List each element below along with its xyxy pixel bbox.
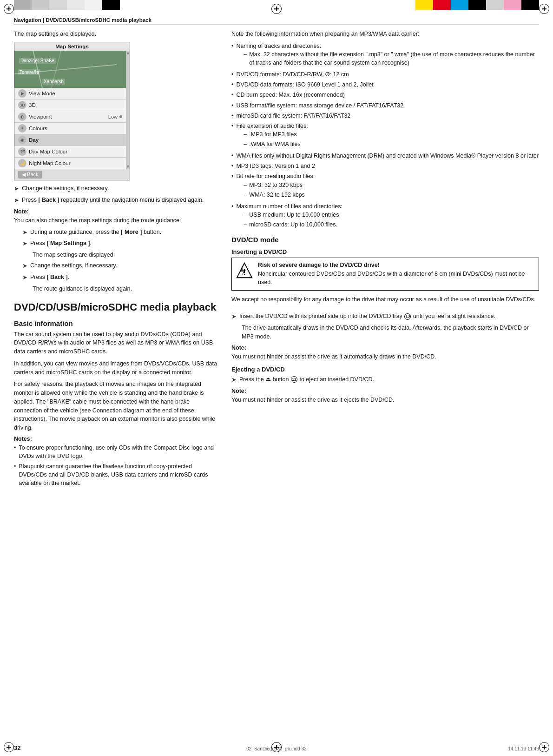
color-swatch [67, 0, 85, 10]
svg-line-1 [14, 65, 117, 74]
scroll-down-icon [127, 166, 130, 168]
warning-title: Risk of severe damage to the DVD/CD driv… [258, 262, 535, 268]
route-note-1: The map settings are displayed. [33, 251, 218, 259]
info-maxfiles: Maximum number of files and directories:… [231, 202, 539, 230]
screenshot-footer: ◀ Back [14, 169, 130, 180]
reg-mark-br [539, 742, 549, 752]
note-label: Note: [14, 208, 218, 215]
arrow-icon-r3: ➤ [22, 262, 27, 271]
color-swatch-red [433, 0, 451, 10]
color-swatch [14, 0, 32, 10]
page-header: Navigation | DVD/CD/USB/microSDHC media … [14, 17, 539, 25]
color-swatch [102, 0, 120, 10]
arrow-icon-1: ➤ [14, 185, 19, 193]
note-text: You can also change the map settings dur… [14, 216, 218, 225]
route-step-1: ➤ During a route guidance, press the [ M… [22, 228, 218, 237]
arrow-icon-r1: ➤ [22, 228, 27, 237]
note-item-1: To ensure proper functioning, use only C… [14, 444, 218, 460]
screenshot-title: Map Settings [14, 42, 130, 51]
basic-para-2: In addition, you can view movies and ima… [14, 359, 218, 377]
menu-icon-3d: 3D [18, 101, 26, 109]
insert-step: ➤ Insert the DVD/CD with its printed sid… [231, 312, 539, 321]
info-microsd-fs: microSD card file system: FAT/FAT16/FAT3… [231, 112, 539, 120]
menu-item-daymap: 🗺 Day Map Colour [14, 146, 126, 158]
arrow-icon-r2: ➤ [22, 239, 27, 248]
info-cd-burn: CD burn speed: Max. 16x (recommended) [231, 91, 539, 99]
eject-step: ➤ Press the ⏏ button 12 to eject an inse… [231, 375, 539, 385]
menu-icon-day: ◉ [18, 136, 26, 144]
svg-line-2 [52, 51, 61, 88]
insert-auto-note: The drive automatically draws in the DVD… [242, 324, 539, 341]
dvd-cd-title: DVD/CD mode [231, 236, 539, 244]
notes-list: To ensure proper functioning, use only C… [14, 444, 218, 488]
notes-label: Notes: [14, 436, 218, 442]
screenshot-box: Map Settings Danziger Straße Torstraße X… [14, 42, 130, 180]
warning-text: Noncircular contoured DVDs/CDs and DVDs/… [258, 270, 535, 286]
step-back: ➤ Press [ Back ] repeatedly until the na… [14, 196, 218, 205]
info-naming-sub: Max. 32 characters without the file exte… [244, 50, 539, 67]
info-file-ext: File extension of audio files: .MP3 for … [231, 122, 539, 150]
arrow-icon-2: ➤ [14, 196, 19, 205]
color-swatch [49, 0, 67, 10]
right-intro: Note the following information when prep… [231, 30, 539, 39]
warning-content: Risk of severe damage to the DVD/CD driv… [258, 262, 535, 286]
info-microsd-files: microSD cards: Up to 10,000 files. [244, 220, 342, 229]
warning-box: ! Risk of severe damage to the DVD/CD dr… [231, 258, 539, 291]
color-swatch [85, 0, 102, 10]
info-dvd-format: DVD/CD formats: DVD/CD-R/RW, Ø: 12 cm [231, 70, 539, 79]
menu-item-day: ◉ Day [14, 134, 126, 146]
main-section-title: DVD/CD/USB/microSDHC media playback [14, 301, 218, 313]
menu-item-colours: ☀ Colours [14, 123, 126, 134]
back-button-screenshot: ◀ Back [18, 171, 42, 179]
info-usb-fs: USB format/file system: mass storage dev… [231, 101, 539, 110]
insert-note-label: Note: [231, 345, 539, 351]
inserting-title: Inserting a DVD/CD [231, 248, 539, 255]
arrow-icon-eject: ➤ [231, 376, 237, 385]
scroll-up-icon [127, 52, 130, 54]
basic-info-title: Basic information [14, 319, 218, 327]
date-info: 14.11.13 11:43 [508, 746, 539, 751]
info-mp3-bitrate: MP3: 32 to 320 kbps [244, 181, 315, 189]
menu-item-3d: 3D 3D [14, 99, 126, 111]
info-wma-ext: .WMA for WMA files [244, 140, 308, 148]
menu-icon-nm: 🌙 [18, 159, 26, 167]
info-wma-bitrate: WMA: 32 to 192 kbps [244, 191, 315, 199]
info-mp3-ext: .MP3 for MP3 files [244, 130, 308, 139]
step-change: ➤ Change the settings, if necessary. [14, 184, 218, 193]
arrow-icon-r4: ➤ [22, 273, 27, 282]
circled-13: 13 [404, 313, 411, 320]
color-swatch-cyan [451, 0, 468, 10]
reg-mark-tl [4, 4, 14, 14]
menu-icon-col: ☀ [18, 124, 26, 133]
reg-mark-top [271, 4, 282, 14]
reg-mark-bl [4, 742, 14, 752]
circled-12: 12 [291, 376, 297, 383]
scrollbar [126, 51, 130, 169]
basic-para-1: The car sound system can be used to play… [14, 330, 218, 356]
basic-para-3: For safety reasons, the playback of movi… [14, 380, 218, 432]
map-roads [14, 51, 126, 88]
reg-mark-tr [539, 4, 549, 14]
intro-text: The map settings are displayed. [14, 30, 218, 39]
route-step-4: ➤ Press [ Back ]. [22, 273, 218, 282]
screenshot-map: Danziger Straße Torstraße Xandersb [14, 51, 126, 88]
svg-line-0 [33, 51, 42, 88]
responsibility-text: We accept no responsibility for any dama… [231, 295, 539, 304]
menu-item-viewpoint: ◐ Viewpoint Low [14, 111, 126, 123]
file-info: 02_SanDiego530_gb.indd 32 [246, 746, 307, 751]
page-header-text: Navigation | DVD/CD/USB/microSDHC media … [14, 17, 151, 23]
note-item-2: Blaupunkt cannot guarantee the flawless … [14, 462, 218, 487]
route-step-2: ➤ Press [ Map Settings ]. [22, 239, 218, 248]
info-naming: Naming of tracks and directories: Max. 3… [231, 42, 539, 68]
info-wma-drm: WMA files only without Digital Rights Ma… [231, 152, 539, 160]
color-swatch [32, 0, 49, 10]
insert-note-text: You must not hinder or assist the drive … [231, 352, 539, 361]
left-column: The map settings are displayed. Map Sett… [14, 30, 218, 489]
menu-icon-vp: ◐ [18, 113, 26, 121]
page: Navigation | DVD/CD/USB/microSDHC media … [0, 0, 553, 756]
eject-note-label: Note: [231, 388, 539, 394]
color-swatch-grey [486, 0, 504, 10]
screenshot-menu: ▶ View Mode 3D 3D ◐ Viewpoint [14, 88, 126, 169]
right-column: Note the following information when prep… [231, 30, 539, 489]
menu-icon-dm: 🗺 [18, 147, 26, 156]
